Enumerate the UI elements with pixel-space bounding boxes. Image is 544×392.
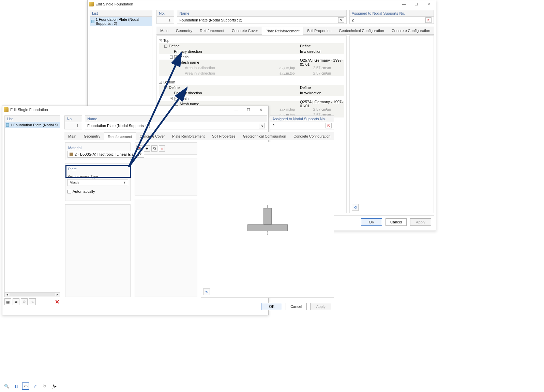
material-delete-icon[interactable]: ✕ (159, 145, 165, 152)
tab-soil-properties[interactable]: Soil Properties (303, 27, 335, 34)
cancel-button[interactable]: Cancel (386, 218, 407, 226)
define-value: Define (300, 85, 311, 90)
view-plate-icon[interactable]: ▭ (22, 382, 29, 390)
window-edit-foundation-2: Edit Single Foundation List 1 Foundation… (2, 106, 269, 315)
material-combo[interactable]: 2 - B500S(A) | Isotropic | Linear Elasti… (67, 151, 144, 158)
name-input[interactable]: Foundation Plate (Nodal Supports : 2) ✎ (177, 16, 347, 24)
scroll-left-icon[interactable]: ◄ (5, 293, 10, 296)
edit-name-icon[interactable]: ✎ (338, 17, 344, 23)
collapse-icon[interactable]: − (159, 39, 162, 42)
edit-name-icon[interactable]: ✎ (259, 123, 265, 128)
list-item-label: 1 Foundation Plate (Nodal Supports : 2) (96, 17, 151, 26)
pick-support-icon[interactable]: ⇱ (425, 17, 432, 23)
mesh-value: Q257A | Germany - 1997-01-01 (300, 58, 344, 66)
tab-plate-reinforcement[interactable]: Plate Reinforcement (168, 132, 208, 140)
collapse-icon[interactable]: − (170, 97, 173, 100)
copy-item-icon[interactable]: ⧉ (13, 298, 19, 305)
tabs: Main Geometry Reinforcement Concrete Cov… (156, 27, 434, 35)
mesh-checkbox[interactable] (174, 97, 178, 100)
ok-button[interactable]: OK (261, 303, 282, 310)
tree-top: Top (163, 38, 169, 43)
sym-x: aₛ,x,m,top (279, 66, 295, 70)
automatically-checkbox[interactable] (67, 190, 71, 193)
tab-concrete-config[interactable]: Concrete Configuration (290, 132, 334, 140)
collapse-icon[interactable]: − (175, 103, 178, 106)
app-icon (89, 2, 94, 6)
minimize-button[interactable] (398, 1, 410, 7)
delete-icon[interactable]: ✕ (54, 298, 60, 305)
tree-primary-direction: Primary direction (174, 91, 202, 95)
assigned-input[interactable]: 2 ⇱ (270, 122, 334, 129)
support-icon[interactable]: ◧ (12, 382, 20, 390)
list-header: List (4, 115, 60, 122)
tab-geometry[interactable]: Geometry (172, 27, 196, 34)
tree-bottom: Bottom (163, 80, 175, 84)
preview-pane: ⟲ (201, 142, 334, 298)
tree-mesh: Mesh (179, 55, 188, 59)
new-item-icon[interactable]: ▦ (4, 298, 11, 305)
collapse-icon[interactable]: − (164, 86, 167, 89)
collapse-icon[interactable]: − (170, 56, 173, 59)
material-value: 2 - B500S(A) | Isotropic | Linear Elasti… (75, 152, 139, 156)
more-icon[interactable]: ↯ (29, 298, 36, 305)
tab-main[interactable]: Main (156, 27, 172, 34)
ok-button[interactable]: OK (361, 218, 382, 226)
list-item-label: 1 Foundation Plate (Nodal Supports : 2) (10, 123, 59, 127)
mesh-value: Q257A | Germany - 1997-01-01 (300, 100, 344, 108)
tab-soil-properties[interactable]: Soil Properties (208, 132, 239, 140)
cancel-button[interactable]: Cancel (286, 303, 307, 310)
assigned-value: 2 (352, 18, 354, 22)
reinforcement-type-combo[interactable]: Mesh ▼ (67, 179, 128, 186)
reload-icon[interactable]: ↻ (41, 382, 48, 390)
scroll-right-icon[interactable]: ► (55, 293, 60, 296)
pick-support-icon[interactable]: ⇱ (326, 123, 332, 128)
direction-value: In x-direction (300, 91, 321, 95)
name-value: Foundation Plate (Nodal Supports : 2) (179, 18, 242, 22)
collapse-icon[interactable]: − (159, 81, 162, 84)
collapse-icon[interactable]: − (175, 61, 178, 64)
close-button[interactable] (255, 106, 267, 113)
tab-reinforcement[interactable]: Reinforcement (196, 27, 228, 34)
assigned-input[interactable]: 2 ⇱ (349, 16, 434, 24)
column-shape (263, 208, 272, 224)
horizontal-scrollbar[interactable]: ◄ ► (4, 292, 60, 297)
axis-icon[interactable]: ⤢ (31, 382, 39, 390)
tab-geotech-config[interactable]: Geotechnical Configuration (239, 132, 290, 140)
tab-concrete-cover[interactable]: Concrete Cover (136, 132, 169, 140)
list-item[interactable]: 1 Foundation Plate (Nodal Supports : 2) (90, 17, 152, 26)
list-header: List (90, 10, 152, 16)
material-copy-icon[interactable]: ⧉ (151, 145, 157, 152)
material-new-icon[interactable]: ✚ (144, 145, 150, 152)
collapse-icon[interactable]: − (164, 45, 167, 48)
display-settings-icon[interactable]: ⟲ (352, 204, 359, 211)
tab-concrete-config[interactable]: Concrete Configuration (388, 27, 434, 34)
name-header: Name (85, 115, 267, 122)
zoom-icon[interactable]: 🔍 (3, 382, 10, 390)
apply-button: Apply (310, 303, 331, 310)
tab-concrete-cover[interactable]: Concrete Cover (228, 27, 262, 34)
list-item-icon (6, 123, 9, 127)
app-icon (4, 107, 9, 112)
list-item[interactable]: 1 Foundation Plate (Nodal Supports : 2) (5, 122, 60, 128)
name-input[interactable]: Foundation Plate (Nodal Supports : 2) ✎ (85, 122, 267, 129)
maximize-button[interactable] (410, 1, 422, 7)
maximize-button[interactable] (242, 106, 255, 113)
tab-reinforcement[interactable]: Reinforcement (104, 132, 136, 140)
display-settings-icon[interactable]: ⟲ (203, 288, 210, 295)
tab-geometry[interactable]: Geometry (80, 132, 104, 140)
mesh-checkbox[interactable] (174, 55, 178, 59)
tab-plate-reinforcement[interactable]: Plate Reinforcement (262, 27, 303, 35)
apply-button: Apply (410, 218, 431, 226)
minimize-button[interactable] (230, 106, 242, 113)
no-value: 1 (64, 122, 82, 129)
sym-y: aₛ,y,m,top (279, 72, 294, 75)
close-button[interactable] (422, 1, 435, 7)
assigned-value: 2 (272, 124, 274, 128)
tab-main[interactable]: Main (64, 132, 80, 140)
tab-geotech-config[interactable]: Geotechnical Configuration (335, 27, 388, 34)
function-icon[interactable]: ƒ▸ (50, 382, 58, 390)
settings-icon[interactable]: ⚙ (21, 298, 28, 305)
tree-area-y: Area in y-direction (185, 71, 215, 75)
plate-shape (247, 224, 288, 231)
name-value: Foundation Plate (Nodal Supports : 2) (87, 124, 150, 128)
